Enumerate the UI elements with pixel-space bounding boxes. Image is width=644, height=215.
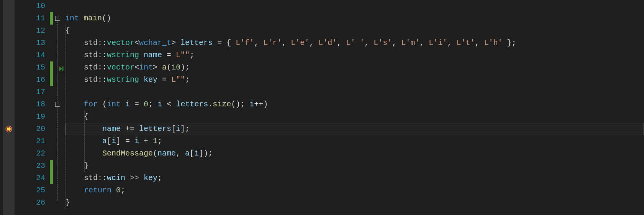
code-token: SendMessage: [102, 149, 153, 158]
line-number-gutter[interactable]: 1011121314151617181920212223242526: [15, 0, 50, 215]
code-line[interactable]: std::wcin >> key;: [65, 172, 644, 184]
code-token: i: [176, 124, 180, 133]
indent-guide: [65, 197, 66, 209]
code-token: 10: [171, 63, 180, 72]
code-token: i: [134, 137, 139, 146]
code-token: wcin: [107, 174, 125, 182]
outlining-margin[interactable]: −−: [50, 0, 65, 209]
code-line[interactable]: std::vector<wchar_t> letters = { L'f', L…: [65, 37, 644, 49]
line-number[interactable]: 23: [15, 160, 50, 172]
line-number[interactable]: 13: [15, 37, 50, 49]
code-line[interactable]: a[i] = i + 1;: [65, 135, 644, 147]
code-token: (: [98, 100, 107, 109]
code-token: L'd': [318, 38, 337, 47]
code-token: L'h': [484, 38, 502, 47]
outline-line: [57, 20, 58, 200]
code-token: }: [66, 198, 70, 207]
code-line[interactable]: }: [65, 197, 644, 209]
code-line[interactable]: return 0;: [65, 184, 644, 197]
run-to-click-icon[interactable]: [59, 65, 65, 70]
line-number[interactable]: 10: [15, 0, 50, 12]
code-area[interactable]: int main(){ std::vector<wchar_t> letters…: [65, 0, 644, 215]
fold-toggle-icon[interactable]: −: [55, 16, 60, 21]
code-token: for: [84, 100, 98, 109]
code-token: int: [107, 100, 121, 109]
code-token: ]);: [199, 149, 213, 158]
code-token: int: [139, 63, 153, 72]
code-token: [: [171, 124, 176, 133]
code-token: name: [157, 149, 176, 158]
code-line[interactable]: std::wstring name = L"";: [65, 49, 644, 61]
line-number[interactable]: 11: [15, 12, 50, 25]
code-line[interactable]: SendMessage(name, a[i]);: [65, 147, 644, 160]
line-number[interactable]: 20: [15, 123, 50, 135]
line-number[interactable]: 25: [15, 184, 50, 197]
code-token: [66, 75, 84, 84]
indent-guide: [84, 147, 85, 160]
code-token: ::: [98, 174, 107, 182]
code-token: std: [84, 75, 98, 84]
indent-guide: [65, 61, 66, 74]
code-line[interactable]: name += letters[i];: [65, 123, 644, 135]
code-token: wchar_t: [139, 38, 171, 47]
code-token: };: [502, 38, 516, 47]
line-number[interactable]: 16: [15, 74, 50, 86]
code-token: ;: [190, 51, 194, 60]
code-token: a: [102, 137, 107, 146]
line-number[interactable]: 18: [15, 98, 50, 111]
code-token: ;: [185, 75, 190, 84]
code-token: =: [130, 100, 144, 109]
code-token: ,: [254, 38, 263, 47]
indent-guide: [65, 123, 66, 135]
line-number[interactable]: 19: [15, 111, 50, 123]
code-token: ::: [98, 75, 107, 84]
indent-guide: [65, 111, 66, 123]
line-number[interactable]: 22: [15, 147, 50, 160]
code-token: >>: [125, 174, 144, 182]
code-line[interactable]: std::wstring key = L"";: [65, 74, 644, 86]
code-line[interactable]: {: [65, 25, 644, 37]
indent-guide: [65, 147, 66, 160]
code-token: std: [84, 63, 98, 72]
code-token: ;: [148, 100, 157, 109]
line-number[interactable]: 14: [15, 49, 50, 61]
indent-guide: [65, 160, 66, 172]
breakpoint-gutter[interactable]: [3, 0, 15, 215]
code-token: i: [125, 100, 130, 109]
code-token: i: [157, 100, 162, 109]
code-token: >: [153, 63, 162, 72]
code-token: letters: [176, 100, 208, 109]
indent-guide: [65, 74, 66, 86]
code-line[interactable]: std::vector<int> a(10);: [65, 61, 644, 74]
code-line[interactable]: {: [65, 111, 644, 123]
code-token: [66, 38, 84, 47]
line-number[interactable]: 21: [15, 135, 50, 147]
line-number[interactable]: 17: [15, 86, 50, 98]
indent-guide: [65, 25, 66, 37]
code-token: [66, 174, 84, 182]
code-token: L"": [176, 51, 190, 60]
code-token: +=: [121, 124, 139, 133]
code-token: name: [102, 124, 121, 133]
code-line[interactable]: for (int i = 0; i < letters.size(); i++): [65, 98, 644, 111]
code-editor[interactable]: 1011121314151617181920212223242526 −− in…: [0, 0, 644, 215]
code-line[interactable]: [65, 86, 644, 98]
code-token: [66, 149, 102, 158]
code-token: std: [84, 51, 98, 60]
code-token: (: [167, 63, 171, 72]
indent-guide: [65, 172, 66, 184]
code-line[interactable]: }: [65, 160, 644, 172]
code-line[interactable]: int main(): [65, 12, 644, 25]
fold-toggle-icon[interactable]: −: [55, 102, 60, 107]
code-token: wstring: [107, 51, 139, 60]
line-number[interactable]: 15: [15, 61, 50, 74]
code-line[interactable]: [65, 0, 644, 12]
code-token: int: [65, 14, 84, 23]
indent-guide: [84, 160, 85, 172]
line-number[interactable]: 26: [15, 197, 50, 209]
line-number[interactable]: 12: [15, 25, 50, 37]
line-number[interactable]: 24: [15, 172, 50, 184]
code-token: [139, 51, 144, 60]
indent-guide: [84, 111, 85, 123]
code-token: L' ': [346, 38, 364, 47]
